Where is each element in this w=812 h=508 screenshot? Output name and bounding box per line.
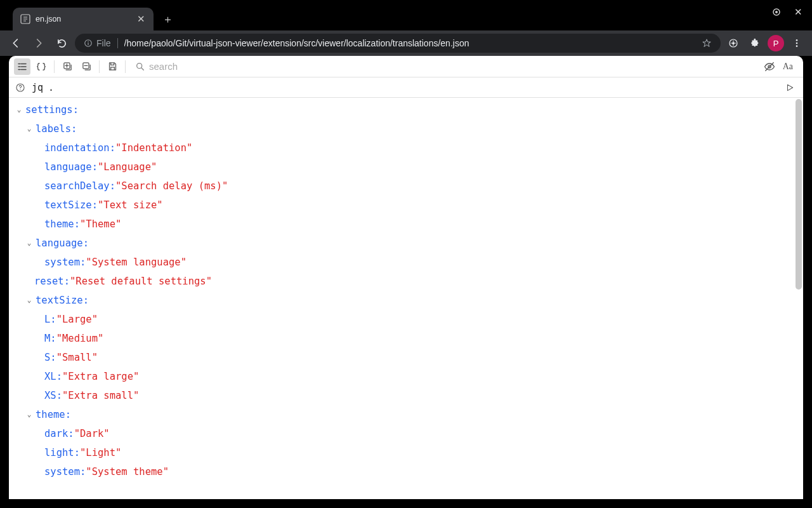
json-tree[interactable]: ⌄settings: ⌄labels: indentation: "Indent… xyxy=(9,98,803,499)
tree-view-button[interactable] xyxy=(14,58,30,75)
tree-node[interactable]: ⌄settings: xyxy=(14,100,798,119)
tab-close-button[interactable]: ✕ xyxy=(136,14,146,24)
profile-avatar[interactable]: P xyxy=(768,35,784,51)
tree-leaf[interactable]: reset: "Reset default settings" xyxy=(14,272,798,291)
url-divider xyxy=(117,38,118,48)
svg-point-10 xyxy=(796,45,798,47)
tree-leaf[interactable]: system: "System theme" xyxy=(14,462,798,481)
tab-strip: en.json ✕ ＋ xyxy=(0,0,812,30)
new-tab-button[interactable]: ＋ xyxy=(159,10,176,28)
tree-node[interactable]: ⌄language: xyxy=(14,234,798,253)
tree-node[interactable]: ⌄theme: xyxy=(14,405,798,424)
tree-leaf[interactable]: indentation: "Indentation" xyxy=(14,138,798,157)
browser-menu-button[interactable] xyxy=(788,34,806,52)
url-box[interactable]: File /home/paolo/Git/virtual-json-viewer… xyxy=(75,34,721,53)
bookmark-star-icon[interactable] xyxy=(702,38,712,48)
svg-point-13 xyxy=(137,63,142,68)
raw-view-button[interactable] xyxy=(33,58,49,75)
tab-favicon xyxy=(20,14,30,24)
nav-reload-button[interactable] xyxy=(52,34,71,53)
tab-title: en.json xyxy=(36,15,131,23)
tree-leaf[interactable]: S: "Small" xyxy=(14,348,798,367)
toolbar-separator xyxy=(125,60,126,73)
json-viewer: Aa jq ⌄settings: ⌄labels: indentation: "… xyxy=(9,56,803,499)
tree-leaf[interactable]: theme: "Theme" xyxy=(14,215,798,234)
tree-leaf[interactable]: XS: "Extra small" xyxy=(14,386,798,405)
jq-input[interactable] xyxy=(48,82,776,93)
jq-bar: jq xyxy=(9,77,803,98)
save-button[interactable] xyxy=(104,58,121,75)
tree-leaf[interactable]: system: "System language" xyxy=(14,253,798,272)
tree-leaf[interactable]: searchDelay: "Search delay (ms)" xyxy=(14,177,798,196)
chevron-down-icon[interactable]: ⌄ xyxy=(24,405,34,424)
svg-point-5 xyxy=(88,41,89,42)
chevron-down-icon[interactable]: ⌄ xyxy=(24,234,34,253)
tree-node[interactable]: ⌄textSize: xyxy=(14,291,798,310)
search-input[interactable] xyxy=(149,61,754,72)
toolbar-separator xyxy=(99,60,100,73)
scrollbar-thumb[interactable] xyxy=(796,99,802,290)
expand-all-button[interactable] xyxy=(59,58,75,75)
tree-leaf[interactable]: XL: "Extra large" xyxy=(14,367,798,386)
toolbar-separator xyxy=(54,60,55,73)
svg-point-18 xyxy=(20,89,20,90)
svg-point-7 xyxy=(732,42,735,44)
nav-forward-button[interactable] xyxy=(29,34,48,53)
tree-leaf[interactable]: M: "Medium" xyxy=(14,329,798,348)
chevron-down-icon[interactable]: ⌄ xyxy=(24,119,34,138)
window-minimize-button[interactable] xyxy=(773,8,785,20)
tree-leaf[interactable]: light: "Light" xyxy=(14,443,798,462)
tree-node[interactable]: ⌄labels: xyxy=(14,119,798,138)
tree-leaf[interactable]: dark: "Dark" xyxy=(14,424,798,443)
url-scheme: File xyxy=(84,38,111,48)
jq-help-button[interactable] xyxy=(14,79,27,96)
search-icon xyxy=(135,62,145,72)
search-field[interactable] xyxy=(130,58,759,75)
jq-run-button[interactable] xyxy=(782,79,798,96)
svg-point-1 xyxy=(775,11,778,13)
chevron-down-icon[interactable]: ⌄ xyxy=(24,291,34,310)
window-controls: ✕ xyxy=(766,1,811,23)
extensions-puzzle-icon[interactable] xyxy=(746,34,764,52)
scrollbar-track[interactable] xyxy=(794,98,803,499)
tree-leaf[interactable]: language: "Language" xyxy=(14,157,798,177)
window-close-button[interactable]: ✕ xyxy=(792,6,804,18)
nav-back-button[interactable] xyxy=(6,34,25,53)
visibility-toggle-button[interactable] xyxy=(761,58,778,75)
chevron-down-icon[interactable]: ⌄ xyxy=(14,100,24,119)
tree-leaf[interactable]: L: "Large" xyxy=(14,310,798,329)
svg-point-9 xyxy=(796,43,798,44)
svg-point-8 xyxy=(796,39,798,41)
info-icon xyxy=(84,39,93,48)
extension-icon[interactable] xyxy=(724,34,742,52)
collapse-all-button[interactable] xyxy=(78,58,95,75)
url-path: /home/paolo/Git/virtual-json-viewer/exte… xyxy=(124,38,695,48)
case-sensitive-button[interactable]: Aa xyxy=(780,58,796,75)
viewer-toolbar: Aa xyxy=(9,56,803,77)
svg-line-14 xyxy=(141,68,143,70)
browser-tab[interactable]: en.json ✕ xyxy=(13,8,154,30)
tree-leaf[interactable]: textSize: "Text size" xyxy=(14,196,798,215)
address-bar: File /home/paolo/Git/virtual-json-viewer… xyxy=(0,30,812,56)
jq-label: jq xyxy=(32,82,43,93)
